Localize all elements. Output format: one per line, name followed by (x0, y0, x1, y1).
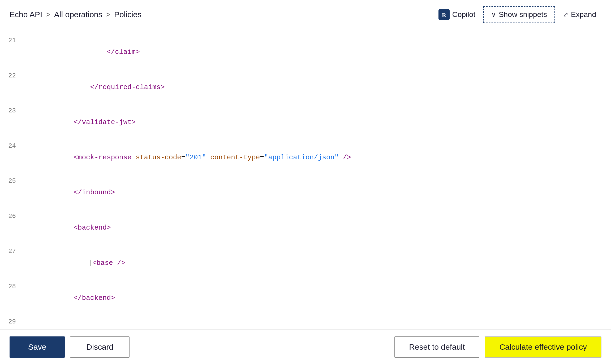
table-row: 23 </validate-jwt> (0, 105, 611, 140)
breadcrumb-sep1: > (46, 10, 50, 19)
footer: Save Discard Reset to default Calculate … (0, 330, 611, 364)
line-number: 25 (0, 176, 24, 187)
discard-button[interactable]: Discard (70, 336, 130, 358)
footer-left: Save Discard (10, 336, 130, 358)
svg-text:R: R (442, 12, 446, 18)
line-content: </backend> (24, 280, 611, 316)
line-number: 24 (0, 141, 24, 152)
line-number: 21 (0, 35, 24, 46)
breadcrumb: Echo API > All operations > Policies (10, 10, 141, 19)
footer-right: Reset to default Calculate effective pol… (394, 336, 601, 358)
table-row: 26 <backend> (0, 210, 611, 245)
breadcrumb-api[interactable]: Echo API (10, 10, 42, 19)
line-content: <backend> (24, 210, 611, 245)
copilot-button[interactable]: R Copilot (433, 7, 481, 22)
line-content: </inbound> (24, 175, 611, 210)
code-editor[interactable]: 21 </claim> 22 </required-claims> 23 </v… (0, 29, 611, 330)
table-row: 25 </inbound> (0, 175, 611, 210)
line-content: </required-claims> (24, 70, 611, 105)
line-content: </claim> (24, 34, 611, 70)
reset-button[interactable]: Reset to default (394, 336, 479, 358)
table-row: 29 <outbound> (0, 316, 611, 330)
editor-area[interactable]: 21 </claim> 22 </required-claims> 23 </v… (0, 29, 611, 330)
table-row: 22 </required-claims> (0, 70, 611, 105)
line-number: 28 (0, 281, 24, 292)
line-content: <outbound> (24, 316, 611, 330)
table-row: 28 </backend> (0, 280, 611, 316)
table-row: 24 <mock-response status-code="201" cont… (0, 140, 611, 175)
show-snippets-label: Show snippets (499, 10, 547, 19)
show-snippets-button[interactable]: ∨ Show snippets (483, 6, 555, 23)
header-actions: R Copilot ∨ Show snippets ⤢ Expand (433, 6, 601, 23)
table-row: 21 </claim> (0, 34, 611, 70)
header: Echo API > All operations > Policies R C… (0, 0, 611, 29)
expand-label: Expand (571, 10, 596, 19)
breadcrumb-operations[interactable]: All operations (54, 10, 102, 19)
table-row: 27 <base /> (0, 245, 611, 280)
copilot-icon: R (438, 9, 450, 20)
line-number: 27 (0, 246, 24, 257)
line-content: <mock-response status-code="201" content… (24, 140, 611, 175)
line-number: 26 (0, 211, 24, 222)
expand-button[interactable]: ⤢ Expand (558, 8, 601, 21)
expand-icon: ⤢ (563, 11, 568, 18)
line-number: 22 (0, 71, 24, 81)
line-content: </validate-jwt> (24, 105, 611, 140)
line-number: 23 (0, 106, 24, 116)
calculate-policy-button[interactable]: Calculate effective policy (485, 336, 601, 358)
line-number: 29 (0, 317, 24, 327)
copilot-label: Copilot (452, 10, 475, 19)
chevron-down-icon: ∨ (491, 11, 496, 18)
line-content: <base /> (24, 245, 611, 280)
breadcrumb-policies: Policies (114, 10, 141, 19)
save-button[interactable]: Save (10, 336, 65, 358)
breadcrumb-sep2: > (106, 10, 110, 19)
